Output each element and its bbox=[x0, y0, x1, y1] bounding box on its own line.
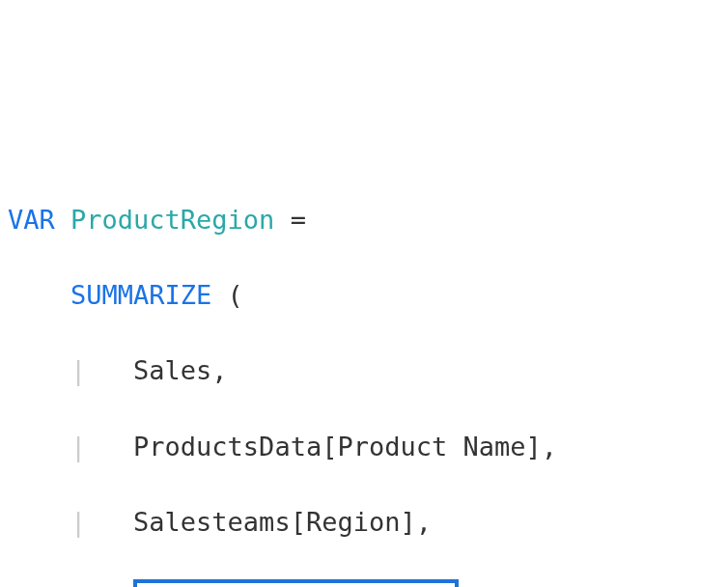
comma: , bbox=[416, 507, 432, 537]
function-name: SUMMARIZE bbox=[70, 280, 211, 310]
argument: Sales bbox=[133, 355, 211, 385]
open-paren: ( bbox=[228, 280, 243, 310]
code-line: | Sales, bbox=[8, 351, 720, 389]
highlighted-argument: Sales[Sales Channel] bbox=[133, 579, 459, 587]
dax-code-block: VAR ProductRegion = SUMMARIZE ( | Sales,… bbox=[8, 163, 720, 587]
argument: Salesteams[Region] bbox=[133, 507, 416, 537]
comma: , bbox=[211, 355, 227, 385]
comma: , bbox=[542, 432, 557, 461]
equals-sign: = bbox=[291, 205, 306, 235]
code-line: | Sales[Sales Channel] bbox=[8, 578, 720, 587]
code-line: | Salesteams[Region], bbox=[8, 503, 720, 541]
argument: Sales[Sales Channel] bbox=[139, 582, 453, 587]
argument: ProductsData[Product Name] bbox=[133, 432, 542, 461]
keyword-var: VAR bbox=[8, 205, 55, 235]
variable-name: ProductRegion bbox=[70, 205, 274, 235]
code-line: VAR ProductRegion = bbox=[8, 201, 720, 238]
code-line: | ProductsData[Product Name], bbox=[8, 428, 720, 465]
code-line: SUMMARIZE ( bbox=[8, 276, 720, 314]
